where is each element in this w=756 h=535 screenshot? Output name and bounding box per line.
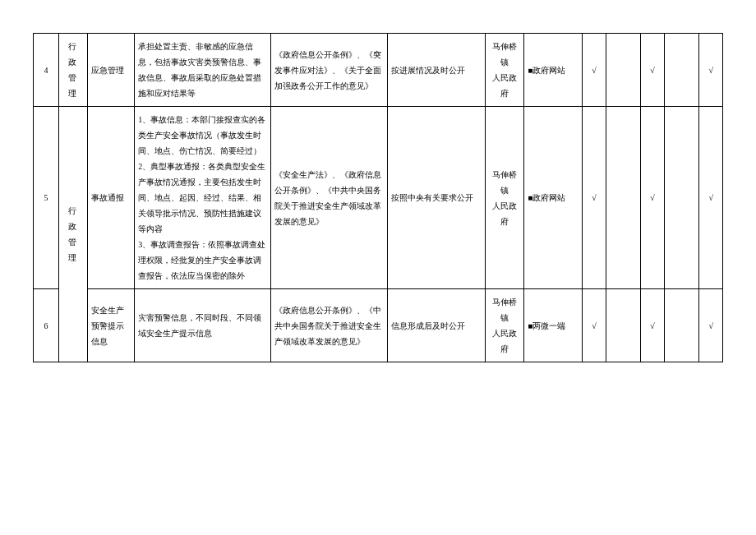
row-content: 灾害预警信息，不同时段、不同领域安全生产提示信息 — [135, 289, 271, 362]
row-category: 行 政 管 理 — [58, 107, 88, 362]
check-3: √ — [641, 107, 664, 289]
row-timing: 信息形成后及时公开 — [388, 289, 486, 362]
row-basis: 《安全生产法》、《政府信息公开条例》、《中共中央国务院关于推进安全生产领域改革发… — [271, 107, 388, 289]
check-4 — [664, 107, 699, 289]
row-basis: 《政府信息公开条例》、《中共中央国务院关于推进安全生产领域改革发展的意见》 — [271, 289, 388, 362]
disclosure-table: 4 行 政 管 理 应急管理 承担处置主责、非敏感的应急信息，包括事故灾害类预警… — [33, 33, 723, 362]
check-5: √ — [699, 34, 723, 107]
check-4 — [664, 34, 699, 107]
check-2 — [606, 107, 641, 289]
row-timing: 按照中央有关要求公开 — [388, 107, 486, 289]
check-3: √ — [641, 289, 664, 362]
check-4 — [664, 289, 699, 362]
check-5: √ — [699, 289, 723, 362]
row-item: 安全生产 预警提示 信息 — [88, 289, 135, 362]
row-number: 5 — [34, 107, 59, 289]
row-org: 马伸桥镇 人民政府 — [485, 34, 523, 107]
table-row: 6 安全生产 预警提示 信息 灾害预警信息，不同时段、不同领域安全生产提示信息 … — [34, 289, 723, 362]
row-channel: ■政府网站 — [524, 34, 583, 107]
row-number: 4 — [34, 34, 59, 107]
check-1: √ — [583, 107, 606, 289]
check-2 — [606, 34, 641, 107]
row-timing: 按进展情况及时公开 — [388, 34, 486, 107]
row-item: 事故通报 — [88, 107, 135, 289]
row-content: 承担处置主责、非敏感的应急信息，包括事故灾害类预警信息、事故信息、事故后采取的应… — [135, 34, 271, 107]
check-2 — [606, 289, 641, 362]
check-5: √ — [699, 107, 723, 289]
check-1: √ — [583, 34, 606, 107]
row-channel: ■政府网站 — [524, 107, 583, 289]
row-content: 1、事故信息：本部门接报查实的各类生产安全事故情况（事故发生时间、地点、伤亡情况… — [135, 107, 271, 289]
row-basis: 《政府信息公开条例》、《突发事件应对法》、《关于全面加强政务公开工作的意见》 — [271, 34, 388, 107]
row-number: 6 — [34, 289, 59, 362]
row-channel: ■两微一端 — [524, 289, 583, 362]
check-3: √ — [641, 34, 664, 107]
row-org: 马伸桥镇 人民政府 — [485, 107, 523, 289]
row-org: 马伸桥镇 人民政府 — [485, 289, 523, 362]
table-row: 5 行 政 管 理 事故通报 1、事故信息：本部门接报查实的各类生产安全事故情况… — [34, 107, 723, 289]
row-category: 行 政 管 理 — [58, 34, 88, 107]
row-item: 应急管理 — [88, 34, 135, 107]
table-row: 4 行 政 管 理 应急管理 承担处置主责、非敏感的应急信息，包括事故灾害类预警… — [34, 34, 723, 107]
check-1: √ — [583, 289, 606, 362]
